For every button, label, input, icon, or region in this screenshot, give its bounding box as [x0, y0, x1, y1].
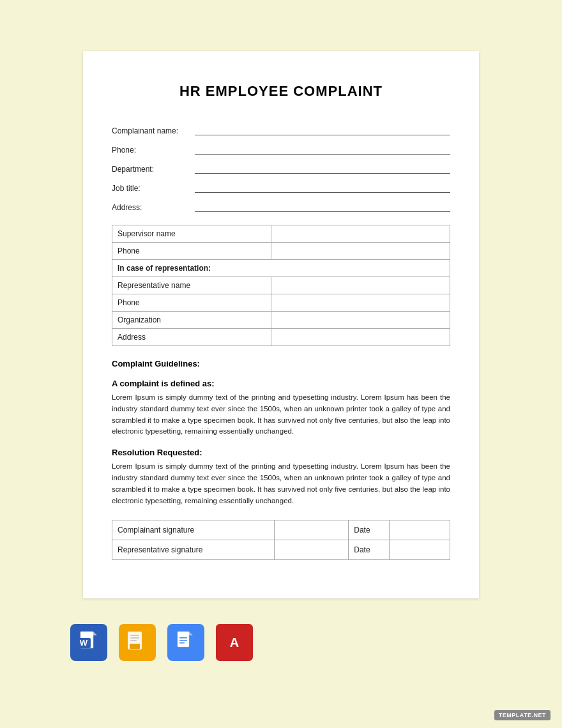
complainant-sig-row: Complainant signature Date — [112, 520, 450, 540]
fields-section: Complainant name: Phone: Department: Job… — [112, 125, 450, 212]
resolution-body: Lorem Ipsum is simply dummy text of the … — [112, 461, 450, 506]
bottom-toolbar: W — [0, 611, 562, 671]
resolution-heading: Resolution Requested: — [112, 448, 450, 457]
rep-sig-label: Representative signature — [112, 540, 275, 559]
pages-svg — [124, 629, 151, 656]
rep-org-value[interactable] — [271, 312, 450, 329]
supervisor-phone-value[interactable] — [271, 243, 450, 260]
complainant-date-label: Date — [349, 520, 389, 540]
signature-section: Complainant signature Date Representativ… — [112, 520, 450, 560]
rep-org-label: Organization — [112, 312, 271, 329]
complainant-date-value[interactable] — [389, 520, 450, 540]
app-icon-group: W — [70, 624, 253, 661]
svg-marker-1 — [93, 632, 97, 635]
representation-header-row: In case of representation: — [112, 260, 450, 277]
table-row: Supervisor name — [112, 225, 450, 243]
field-row-address: Address: — [112, 202, 450, 212]
table-row: Phone — [112, 243, 450, 260]
gdocs-icon-button[interactable] — [167, 624, 204, 661]
pages-icon-button[interactable] — [119, 624, 156, 661]
field-row-complainant: Complainant name: — [112, 125, 450, 135]
gdocs-svg — [172, 629, 199, 656]
signature-table: Complainant signature Date Representativ… — [112, 520, 450, 560]
rep-sig-row: Representative signature Date — [112, 540, 450, 559]
svg-rect-9 — [130, 644, 140, 649]
table-row: Representative name — [112, 277, 450, 294]
rep-phone-value[interactable] — [271, 294, 450, 312]
svg-rect-14 — [179, 640, 187, 641]
complainant-sig-label: Complainant signature — [112, 520, 275, 540]
supervisor-name-label: Supervisor name — [112, 225, 271, 243]
jobtitle-line[interactable] — [195, 183, 450, 193]
svg-rect-8 — [130, 640, 137, 641]
word-icon-button[interactable]: W — [70, 624, 107, 661]
supervisor-phone-label: Phone — [112, 243, 271, 260]
address-line[interactable] — [195, 202, 450, 212]
field-row-department: Department: — [112, 163, 450, 174]
svg-rect-13 — [179, 637, 187, 639]
rep-name-label: Representative name — [112, 277, 271, 294]
department-line[interactable] — [195, 163, 450, 174]
svg-text:A: A — [230, 635, 239, 649]
field-row-jobtitle: Job title: — [112, 183, 450, 193]
jobtitle-label: Job title: — [112, 184, 195, 193]
rep-address-value[interactable] — [271, 329, 450, 346]
brand-badge: TEMPLATE.NET — [494, 710, 551, 720]
guidelines-heading: Complaint Guidelines: — [112, 359, 450, 368]
svg-rect-15 — [179, 642, 185, 644]
rep-phone-label: Phone — [112, 294, 271, 312]
table-row: Organization — [112, 312, 450, 329]
complainant-sig-value[interactable] — [274, 520, 348, 540]
guidelines-section: Complaint Guidelines: A complaint is def… — [112, 359, 450, 437]
svg-text:W: W — [80, 638, 88, 648]
table-row: Phone — [112, 294, 450, 312]
info-table: Supervisor name Phone In case of represe… — [112, 225, 450, 346]
complainant-name-label: Complainant name: — [112, 126, 195, 135]
complaint-defined-heading: A complaint is defined as: — [112, 379, 450, 388]
complaint-defined-body: Lorem Ipsum is simply dummy text of the … — [112, 392, 450, 437]
supervisor-name-value[interactable] — [271, 225, 450, 243]
svg-rect-6 — [130, 635, 139, 636]
rep-date-label: Date — [349, 540, 389, 559]
field-row-phone: Phone: — [112, 144, 450, 155]
svg-marker-11 — [189, 632, 193, 635]
page-wrapper: HR EMPLOYEE COMPLAINT Complainant name: … — [0, 0, 562, 683]
svg-rect-7 — [130, 637, 139, 639]
department-label: Department: — [112, 165, 195, 174]
rep-sig-value[interactable] — [274, 540, 348, 559]
representation-header: In case of representation: — [112, 260, 450, 277]
phone-label: Phone: — [112, 146, 195, 155]
phone-line[interactable] — [195, 144, 450, 155]
rep-date-value[interactable] — [389, 540, 450, 559]
resolution-section: Resolution Requested: Lorem Ipsum is sim… — [112, 448, 450, 506]
word-svg: W — [75, 629, 102, 656]
document: HR EMPLOYEE COMPLAINT Complainant name: … — [83, 51, 479, 598]
address-label: Address: — [112, 203, 195, 212]
info-table-section: Supervisor name Phone In case of represe… — [112, 225, 450, 346]
svg-rect-10 — [178, 632, 189, 647]
acrobat-icon-button[interactable]: A — [216, 624, 253, 661]
acrobat-svg: A — [221, 629, 248, 656]
document-title: HR EMPLOYEE COMPLAINT — [112, 83, 450, 100]
rep-address-label: Address — [112, 329, 271, 346]
complainant-name-line[interactable] — [195, 125, 450, 135]
rep-name-value[interactable] — [271, 277, 450, 294]
table-row: Address — [112, 329, 450, 346]
